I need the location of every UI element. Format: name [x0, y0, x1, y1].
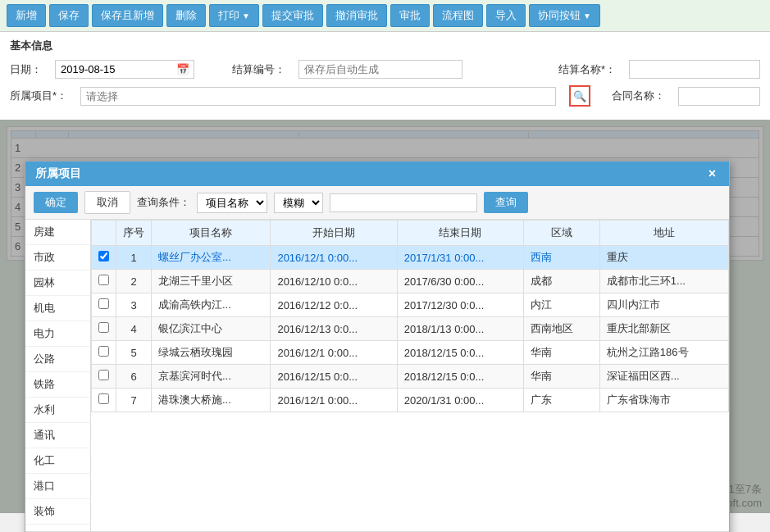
left-item-shi[interactable]: 市政: [25, 245, 90, 271]
import-button[interactable]: 导入: [486, 4, 526, 27]
row-checkbox[interactable]: [98, 275, 109, 285]
row-num: 3: [116, 293, 152, 317]
save-add-button[interactable]: 保存且新增: [92, 4, 163, 27]
date-input[interactable]: [56, 61, 172, 78]
row-end-date: 2017/12/30 0:0...: [397, 293, 523, 317]
row-start-date: 2016/12/15 0:0...: [271, 365, 397, 389]
basic-info-section: 基本信息 日期： 📅 结算编号： 结算名称*： 所属项目*： 🔍 合同名称：: [0, 32, 770, 120]
settlement-name-input[interactable]: [629, 60, 760, 79]
modal-toolbar: 确定 取消 查询条件： 项目名称 模糊 查询: [25, 186, 729, 220]
cancel-approve-button[interactable]: 撤消审批: [326, 4, 387, 27]
settlement-no-input[interactable]: [298, 60, 462, 79]
row-region: 广东: [523, 389, 599, 412]
flowchart-button[interactable]: 流程图: [433, 4, 483, 27]
left-item-tie[interactable]: 铁路: [25, 372, 90, 398]
row-end-date: 2018/12/15 0:0...: [397, 341, 523, 365]
table-row[interactable]: 7港珠澳大桥施...2016/12/1 0:00...2020/1/31 0:0…: [92, 389, 729, 412]
row-checkbox[interactable]: [98, 298, 109, 309]
print-button[interactable]: 打印 ▼: [209, 4, 259, 27]
row-checkbox[interactable]: [98, 346, 109, 357]
row-end-date: 2020/1/31 0:00...: [397, 389, 523, 412]
th-start-date: 开始日期: [271, 221, 397, 246]
left-panel: 房建 市政 园林 机电 电力 公路 铁路 水利 通讯 化工 港口 装饰: [25, 220, 91, 531]
left-item-shui[interactable]: 水利: [25, 398, 90, 423]
row-start-date: 2016/12/1 0:00...: [271, 341, 397, 365]
row-address: 杭州之江路186号: [599, 341, 728, 365]
left-item-zhuang[interactable]: 装饰: [25, 499, 90, 525]
row-num: 1: [116, 246, 152, 270]
modal-header: 所属项目 ×: [25, 161, 729, 186]
modal-confirm-button[interactable]: 确定: [34, 192, 78, 213]
row-project-name: 螺丝厂办公室...: [152, 246, 271, 270]
delete-button[interactable]: 删除: [166, 4, 206, 27]
left-item-hua[interactable]: 化工: [25, 448, 90, 474]
table-row[interactable]: 2龙湖三千里小区2016/12/10 0:0...2017/6/30 0:00.…: [92, 270, 729, 293]
toolbar: 新增 保存 保存且新增 删除 打印 ▼ 提交审批 撤消审批 审批 流程图 导入 …: [0, 0, 770, 32]
query-label: 查询条件：: [137, 195, 190, 210]
row-start-date: 2016/12/13 0:0...: [271, 317, 397, 341]
date-label: 日期：: [10, 62, 42, 77]
query-mode-select[interactable]: 模糊: [274, 193, 323, 213]
modal-title: 所属项目: [35, 166, 81, 181]
collab-button[interactable]: 协同按钮 ▼: [529, 4, 600, 27]
th-project-name: 项目名称: [152, 221, 271, 246]
table-row[interactable]: 6京基滨河时代...2016/12/15 0:0...2018/12/15 0:…: [92, 365, 729, 389]
right-panel: 序号 项目名称 开始日期 结束日期 区域 地址 1螺丝厂办公室...2016/1…: [91, 220, 729, 531]
query-button[interactable]: 查询: [484, 192, 528, 213]
row-project-name: 京基滨河时代...: [152, 365, 271, 389]
query-field-select[interactable]: 项目名称: [197, 193, 267, 213]
left-item-ji[interactable]: 机电: [25, 296, 90, 321]
row-project-name: 绿城云栖玫瑰园: [152, 341, 271, 365]
row-start-date: 2016/12/12 0:0...: [271, 293, 397, 317]
approve-button[interactable]: 审批: [390, 4, 430, 27]
project-input[interactable]: [80, 87, 556, 106]
modal-dialog: 所属项目 × 确定 取消 查询条件： 项目名称 模糊 查询 房建 市政 园林 机…: [25, 161, 730, 532]
row-num: 7: [116, 389, 152, 412]
form-row-project: 所属项目*： 🔍 合同名称：: [10, 85, 760, 107]
th-checkbox: [92, 221, 116, 246]
section-title: 基本信息: [10, 39, 760, 53]
row-checkbox[interactable]: [98, 393, 109, 404]
left-item-fang[interactable]: 房建: [25, 220, 90, 245]
th-address: 地址: [599, 221, 728, 246]
modal-cancel-button[interactable]: 取消: [84, 191, 130, 214]
row-num: 6: [116, 365, 152, 389]
table-row[interactable]: 1螺丝厂办公室...2016/12/1 0:00...2017/1/31 0:0…: [92, 246, 729, 270]
row-end-date: 2017/1/31 0:00...: [397, 246, 523, 270]
left-item-gang[interactable]: 港口: [25, 474, 90, 499]
row-num: 4: [116, 317, 152, 341]
row-checkbox[interactable]: [98, 322, 109, 333]
row-start-date: 2016/12/1 0:00...: [271, 246, 397, 270]
contract-name-input[interactable]: [678, 87, 760, 106]
table-row[interactable]: 4银亿滨江中心2016/12/13 0:0...2018/1/13 0:00..…: [92, 317, 729, 341]
date-input-wrapper: 📅: [55, 60, 194, 79]
row-address: 成都市北三环1...: [599, 270, 728, 293]
row-checkbox[interactable]: [98, 251, 109, 261]
save-button[interactable]: 保存: [49, 4, 89, 27]
table-row[interactable]: 5绿城云栖玫瑰园2016/12/1 0:00...2018/12/15 0:0.…: [92, 341, 729, 365]
project-search-button[interactable]: 🔍: [569, 85, 590, 107]
modal-close-button[interactable]: ×: [705, 166, 719, 181]
row-end-date: 2018/12/15 0:0...: [397, 365, 523, 389]
row-checkbox[interactable]: [98, 370, 109, 380]
th-region: 区域: [523, 221, 599, 246]
row-num: 5: [116, 341, 152, 365]
row-start-date: 2016/12/1 0:00...: [271, 389, 397, 412]
row-project-name: 港珠澳大桥施...: [152, 389, 271, 412]
form-row-date: 日期： 📅 结算编号： 结算名称*：: [10, 60, 760, 79]
main-content: 1 2 3 4 5 6 所属项目 × 确定 取消 查询条件： 项目名称 模糊: [0, 120, 770, 513]
left-item-tong[interactable]: 通讯: [25, 423, 90, 448]
modal-body: 房建 市政 园林 机电 电力 公路 铁路 水利 通讯 化工 港口 装饰: [25, 220, 729, 531]
query-input[interactable]: [330, 193, 477, 212]
table-row[interactable]: 3成渝高铁内江...2016/12/12 0:0...2017/12/30 0:…: [92, 293, 729, 317]
row-start-date: 2016/12/10 0:0...: [271, 270, 397, 293]
left-item-gong[interactable]: 公路: [25, 347, 90, 372]
row-region: 华南: [523, 341, 599, 365]
add-button[interactable]: 新增: [7, 4, 46, 27]
left-item-yuan[interactable]: 园林: [25, 271, 90, 296]
submit-button[interactable]: 提交审批: [262, 4, 323, 27]
calendar-icon[interactable]: 📅: [172, 61, 194, 78]
row-address: 重庆: [599, 246, 728, 270]
contract-name-label: 合同名称：: [612, 89, 665, 103]
left-item-dian[interactable]: 电力: [25, 321, 90, 347]
